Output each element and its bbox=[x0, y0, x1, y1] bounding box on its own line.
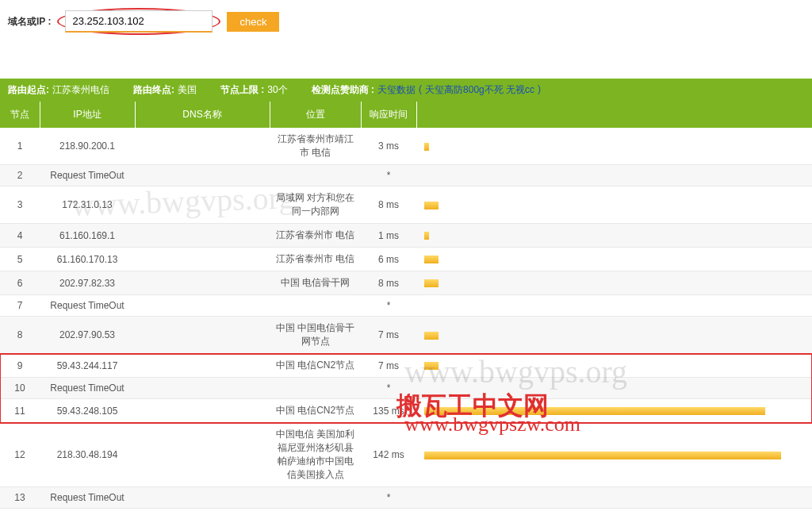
cell-location: 中国 中国电信骨干网节点 bbox=[270, 317, 361, 354]
sponsor-link-2[interactable]: 天玺高防800g不死 无视cc bbox=[425, 83, 534, 97]
cell-node: 10 bbox=[0, 378, 40, 399]
cell-dns bbox=[135, 487, 270, 509]
response-bar bbox=[424, 256, 439, 263]
sponsor-link-1[interactable]: 天玺数据 bbox=[377, 83, 416, 97]
response-bar bbox=[424, 362, 439, 370]
table-row: 10 Request TimeOut * bbox=[0, 378, 812, 399]
cell-time: 6 ms bbox=[361, 248, 416, 271]
cell-ip: 172.31.0.13 bbox=[40, 186, 135, 224]
cell-node: 12 bbox=[0, 423, 40, 487]
cell-location: 局域网 对方和您在同一内部网 bbox=[270, 186, 361, 224]
header-bar bbox=[416, 102, 812, 128]
table-row: 11 59.43.248.105 中国 电信CN2节点 135 ms bbox=[0, 399, 812, 423]
input-highlight bbox=[57, 8, 220, 35]
cell-ip: 23.252.103.102 bbox=[40, 509, 135, 516]
cell-ip: 61.160.169.1 bbox=[40, 224, 135, 248]
cell-node: 6 bbox=[0, 271, 40, 295]
response-bar bbox=[424, 332, 439, 340]
cell-time: * bbox=[361, 378, 416, 399]
header-location: 位置 bbox=[270, 102, 361, 128]
cell-ip: 218.30.48.194 bbox=[40, 423, 135, 487]
check-button[interactable]: check bbox=[227, 12, 279, 32]
cell-time: * bbox=[361, 165, 416, 186]
cell-location: 江苏省泰州市 电信 bbox=[270, 248, 361, 271]
route-end-label: 路由终点: bbox=[133, 83, 174, 97]
cell-bar bbox=[416, 378, 812, 399]
cell-bar bbox=[416, 354, 812, 378]
cell-node: 4 bbox=[0, 224, 40, 248]
search-bar: 域名或IP : check bbox=[0, 0, 812, 47]
table-row: 5 61.160.170.13 江苏省泰州市 电信 6 ms bbox=[0, 248, 812, 271]
table-row: 13 Request TimeOut * bbox=[0, 487, 812, 509]
cell-bar bbox=[416, 509, 812, 516]
cell-node: 8 bbox=[0, 317, 40, 354]
cell-ip: 59.43.244.117 bbox=[40, 354, 135, 378]
cell-location: 美国 bbox=[270, 509, 361, 516]
cell-dns bbox=[135, 224, 270, 248]
response-bar bbox=[424, 202, 439, 209]
table-row: 4 61.160.169.1 江苏省泰州市 电信 1 ms bbox=[0, 224, 812, 248]
header-ip: IP地址 bbox=[40, 102, 135, 128]
cell-ip: Request TimeOut bbox=[40, 165, 135, 186]
cell-node: 13 bbox=[0, 487, 40, 509]
cell-location: 中国电信 美国加利福尼亚州洛杉矶县帕萨迪纳市中国电信美国接入点 bbox=[270, 423, 361, 487]
domain-ip-input[interactable] bbox=[65, 10, 213, 33]
cell-node: 3 bbox=[0, 186, 40, 224]
cell-location: 中国 电信CN2节点 bbox=[270, 354, 361, 378]
route-end-value: 美国 bbox=[178, 83, 197, 97]
table-row: 1 218.90.200.1 江苏省泰州市靖江市 电信 3 ms bbox=[0, 128, 812, 165]
cell-time: 8 ms bbox=[361, 186, 416, 224]
cell-bar bbox=[416, 271, 812, 295]
cell-location bbox=[270, 487, 361, 509]
cell-bar bbox=[416, 423, 812, 487]
table-row: 9 59.43.244.117 中国 电信CN2节点 7 ms bbox=[0, 354, 812, 378]
cell-node: 11 bbox=[0, 399, 40, 423]
search-label: 域名或IP : bbox=[8, 15, 51, 29]
cell-dns bbox=[135, 295, 270, 317]
cell-time: 7 ms bbox=[361, 317, 416, 354]
response-bar bbox=[424, 452, 781, 459]
cell-location: 中国 电信骨干网 bbox=[270, 271, 361, 295]
sponsor-label: 检测点赞助商 : bbox=[312, 83, 374, 97]
header-dns: DNS名称 bbox=[135, 102, 270, 128]
table-row: 3 172.31.0.13 局域网 对方和您在同一内部网 8 ms bbox=[0, 186, 812, 224]
response-bar bbox=[424, 143, 429, 151]
table-row: 14 23.252.103.102 v7202.sioru.com 美国 141… bbox=[0, 509, 812, 516]
cell-time: 8 ms bbox=[361, 271, 416, 295]
cell-node: 2 bbox=[0, 165, 40, 186]
cell-bar bbox=[416, 165, 812, 186]
header-node: 节点 bbox=[0, 102, 40, 128]
cell-time: 3 ms bbox=[361, 128, 416, 165]
cell-node: 9 bbox=[0, 354, 40, 378]
cell-ip: 202.97.82.33 bbox=[40, 271, 135, 295]
table-row: 2 Request TimeOut * bbox=[0, 165, 812, 186]
cell-bar bbox=[416, 399, 812, 423]
cell-dns: v7202.sioru.com bbox=[135, 509, 270, 516]
response-bar bbox=[424, 407, 765, 415]
cell-dns bbox=[135, 378, 270, 399]
table-row: 6 202.97.82.33 中国 电信骨干网 8 ms bbox=[0, 271, 812, 295]
cell-dns bbox=[135, 317, 270, 354]
cell-bar bbox=[416, 295, 812, 317]
table-row: 8 202.97.90.53 中国 中国电信骨干网节点 7 ms bbox=[0, 317, 812, 354]
route-start-label: 路由起点: bbox=[8, 83, 49, 97]
cell-dns bbox=[135, 399, 270, 423]
cell-node: 14 bbox=[0, 509, 40, 516]
cell-ip: 61.160.170.13 bbox=[40, 248, 135, 271]
cell-location: 中国 电信CN2节点 bbox=[270, 399, 361, 423]
cell-time: 1 ms bbox=[361, 224, 416, 248]
trace-table: 节点 IP地址 DNS名称 位置 响应时间 1 218.90.200.1 江苏省… bbox=[0, 102, 812, 515]
cell-location bbox=[270, 378, 361, 399]
cell-node: 1 bbox=[0, 128, 40, 165]
cell-location: 江苏省泰州市 电信 bbox=[270, 224, 361, 248]
cell-dns bbox=[135, 186, 270, 224]
cell-dns bbox=[135, 271, 270, 295]
cell-ip: Request TimeOut bbox=[40, 378, 135, 399]
cell-node: 7 bbox=[0, 295, 40, 317]
cell-bar bbox=[416, 186, 812, 224]
cell-time: 135 ms bbox=[361, 399, 416, 423]
cell-time: 142 ms bbox=[361, 423, 416, 487]
header-time: 响应时间 bbox=[361, 102, 416, 128]
cell-time: 7 ms bbox=[361, 354, 416, 378]
response-bar bbox=[424, 232, 429, 240]
